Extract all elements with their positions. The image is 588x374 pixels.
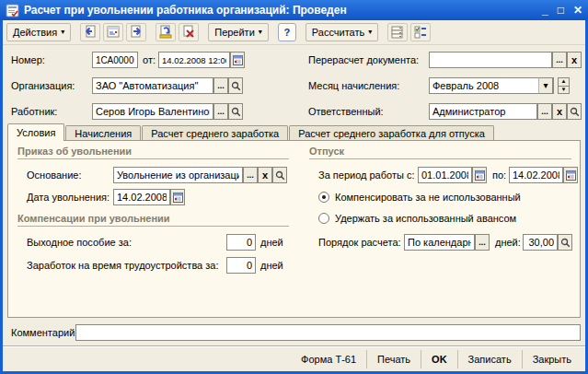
period-from-calendar-button[interactable] bbox=[472, 167, 487, 183]
form-t61-button[interactable]: Форма Т-61 bbox=[291, 350, 366, 368]
print-button[interactable]: Печать bbox=[366, 350, 421, 368]
vacation-days-open-button[interactable] bbox=[558, 234, 572, 251]
severance-suffix: дней bbox=[260, 234, 283, 251]
window-title: Расчет при увольнении работника организа… bbox=[24, 4, 347, 17]
period-to-calendar-button[interactable] bbox=[563, 167, 578, 183]
calculation-settings-button[interactable] bbox=[410, 23, 431, 41]
calc-order-field[interactable] bbox=[404, 234, 475, 251]
radio-withhold-advance[interactable] bbox=[318, 213, 329, 224]
cancel-posting-button[interactable] bbox=[179, 23, 199, 41]
comment-field[interactable] bbox=[75, 324, 581, 341]
tab-average-earnings-vacation[interactable]: Расчет среднего заработка для отпуска bbox=[289, 125, 494, 141]
vacation-group-title: Отпуск bbox=[309, 146, 344, 157]
previous-document-icon bbox=[83, 25, 98, 40]
reason-field[interactable] bbox=[113, 167, 243, 183]
responsible-open-button[interactable] bbox=[567, 103, 582, 120]
date-label: от: bbox=[143, 52, 156, 68]
tab-average-earnings[interactable]: Расчет среднего заработка bbox=[142, 125, 288, 141]
radio-compensate-unused[interactable] bbox=[318, 192, 329, 203]
ok-button[interactable]: OK bbox=[421, 350, 457, 368]
dismissal-date-calendar-button[interactable] bbox=[170, 189, 185, 205]
conditions-tab-panel: Приказ об увольнении Основание: ... x Да… bbox=[7, 140, 581, 318]
employment-earnings-label: Заработок на время трудоустройства за: bbox=[27, 257, 219, 274]
radio-compensate-unused-label[interactable]: Компенсировать за не использованный bbox=[335, 189, 521, 205]
group-divider bbox=[17, 226, 289, 227]
comment-label: Комментарий: bbox=[11, 324, 77, 341]
magnifier-icon bbox=[231, 107, 241, 117]
tab-accruals[interactable]: Начисления bbox=[65, 125, 141, 141]
calendar-icon bbox=[173, 193, 183, 203]
vacation-days-field[interactable] bbox=[523, 234, 558, 251]
severance-days-field[interactable] bbox=[226, 234, 256, 251]
close-button[interactable]: ✕ bbox=[573, 4, 582, 17]
cancel-posting-icon bbox=[181, 25, 196, 40]
minimize-button[interactable]: _ bbox=[542, 4, 548, 17]
magnifier-icon bbox=[231, 81, 241, 91]
organization-select-button[interactable]: ... bbox=[213, 77, 228, 94]
magnifier-icon bbox=[570, 107, 580, 117]
employment-suffix: дней bbox=[260, 257, 283, 274]
responsible-field[interactable] bbox=[429, 103, 537, 120]
accrual-month-label: Месяц начисления: bbox=[308, 77, 399, 94]
goto-menu-label: Перейти bbox=[214, 27, 255, 38]
previous-document-button[interactable] bbox=[80, 23, 100, 41]
accrual-month-dropdown-button[interactable]: ▾ bbox=[538, 77, 553, 94]
reason-clear-button[interactable]: x bbox=[258, 167, 272, 183]
magnifier-icon bbox=[560, 238, 571, 248]
footer-button-bar: Форма Т-61 Печать OK Записать Закрыть bbox=[3, 345, 585, 371]
organization-open-button[interactable] bbox=[228, 77, 243, 94]
dismissal-order-group-title: Приказ об увольнении bbox=[17, 146, 132, 157]
number-field[interactable] bbox=[92, 52, 138, 68]
compensation-group-title: Компенсации при увольнении bbox=[17, 213, 170, 224]
responsible-clear-button[interactable]: x bbox=[552, 103, 567, 120]
group-divider bbox=[309, 158, 571, 159]
dropdown-arrow-icon: ▾ bbox=[543, 81, 548, 90]
responsible-select-button[interactable]: ... bbox=[537, 103, 552, 120]
spin-up-icon[interactable]: ▲ bbox=[558, 77, 570, 87]
employee-open-button[interactable] bbox=[228, 103, 243, 120]
radio-withhold-advance-label[interactable]: Удержать за использованный авансом bbox=[335, 210, 516, 227]
save-button[interactable]: Записать bbox=[457, 350, 522, 368]
document-journal-icon bbox=[106, 25, 121, 40]
window-client-area: Действия ▾ bbox=[3, 20, 585, 371]
recalc-label: Перерасчет документа: bbox=[308, 52, 419, 68]
document-date-field[interactable] bbox=[158, 52, 230, 68]
magnifier-icon bbox=[275, 170, 285, 181]
period-from-field[interactable] bbox=[418, 167, 472, 183]
dropdown-arrow-icon: ▾ bbox=[61, 29, 64, 36]
journal-settings-button[interactable] bbox=[387, 23, 408, 41]
goto-menu-button[interactable]: Перейти ▾ bbox=[208, 23, 269, 41]
maximize-button[interactable]: □ bbox=[558, 4, 564, 17]
accrual-month-field[interactable] bbox=[429, 77, 554, 94]
period-to-label: по: bbox=[492, 167, 506, 183]
period-to-field[interactable] bbox=[509, 167, 563, 183]
severance-label: Выходное пособие за: bbox=[27, 234, 132, 251]
dismissal-date-label: Дата увольнения: bbox=[27, 189, 110, 205]
employment-days-field[interactable] bbox=[226, 257, 256, 274]
spin-down-icon[interactable]: ▼ bbox=[558, 87, 570, 95]
calc-order-select-button[interactable]: ... bbox=[475, 234, 490, 251]
post-document-button[interactable] bbox=[156, 23, 176, 41]
accrual-month-spinner[interactable]: ▲ ▼ bbox=[558, 77, 570, 94]
tab-conditions[interactable]: Условия bbox=[7, 123, 64, 141]
document-date-calendar-button[interactable] bbox=[230, 52, 245, 68]
calculate-menu-button[interactable]: Рассчитать ▾ bbox=[306, 23, 378, 41]
actions-menu-button[interactable]: Действия ▾ bbox=[6, 23, 71, 41]
dismissal-date-field[interactable] bbox=[113, 189, 170, 205]
next-document-button[interactable] bbox=[126, 23, 146, 41]
recalc-document-field[interactable] bbox=[429, 52, 552, 68]
recalc-clear-button[interactable]: x bbox=[567, 52, 582, 68]
employee-field[interactable] bbox=[92, 103, 213, 120]
calendar-icon bbox=[566, 170, 576, 181]
dropdown-arrow-icon: ▾ bbox=[368, 29, 372, 36]
dropdown-arrow-icon: ▾ bbox=[259, 29, 262, 36]
close-form-button[interactable]: Закрыть bbox=[522, 350, 582, 368]
reason-select-button[interactable]: ... bbox=[243, 167, 258, 183]
organization-field[interactable] bbox=[92, 77, 213, 94]
document-journal-button[interactable] bbox=[103, 23, 123, 41]
reason-open-button[interactable] bbox=[272, 167, 287, 183]
recalc-select-button[interactable]: ... bbox=[552, 52, 567, 68]
help-button[interactable]: ? bbox=[278, 23, 296, 41]
organization-label: Организация: bbox=[11, 77, 75, 94]
employee-select-button[interactable]: ... bbox=[213, 103, 228, 120]
